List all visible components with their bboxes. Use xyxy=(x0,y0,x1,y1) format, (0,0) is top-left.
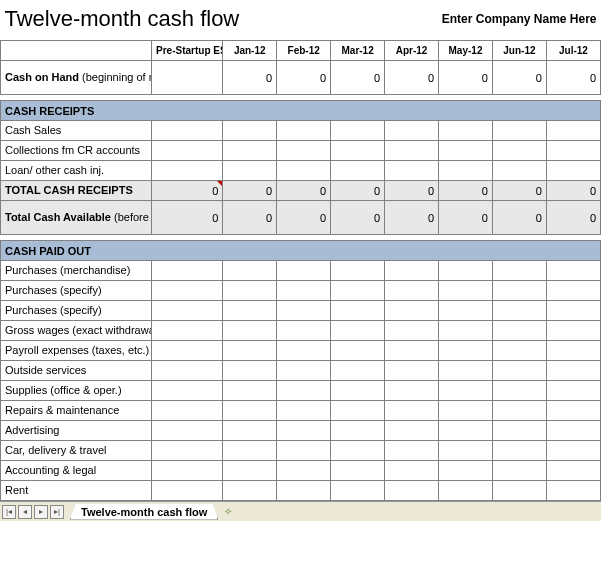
cell[interactable] xyxy=(546,361,600,381)
cell[interactable] xyxy=(331,161,385,181)
cell[interactable] xyxy=(223,161,277,181)
cell[interactable] xyxy=(546,401,600,421)
cell[interactable] xyxy=(546,461,600,481)
cell[interactable]: 0 xyxy=(331,201,385,235)
cell[interactable] xyxy=(546,381,600,401)
sheet-tab[interactable]: Twelve-month cash flow xyxy=(70,504,218,520)
cell[interactable] xyxy=(546,161,600,181)
cell[interactable] xyxy=(331,381,385,401)
cell[interactable] xyxy=(223,321,277,341)
cell[interactable] xyxy=(331,401,385,421)
cell[interactable] xyxy=(439,381,493,401)
cell[interactable] xyxy=(439,441,493,461)
cell[interactable] xyxy=(546,301,600,321)
cell[interactable] xyxy=(277,301,331,321)
cell[interactable]: 0 xyxy=(277,201,331,235)
cell[interactable] xyxy=(439,461,493,481)
cell[interactable] xyxy=(385,441,439,461)
cell[interactable] xyxy=(152,401,223,421)
cell[interactable] xyxy=(385,161,439,181)
cell[interactable] xyxy=(546,281,600,301)
cell[interactable] xyxy=(492,381,546,401)
cell[interactable] xyxy=(277,261,331,281)
cell[interactable] xyxy=(152,361,223,381)
cell[interactable] xyxy=(439,421,493,441)
cell[interactable]: 0 xyxy=(385,181,439,201)
cell[interactable] xyxy=(277,341,331,361)
cell[interactable]: 0 xyxy=(439,201,493,235)
cell[interactable] xyxy=(439,321,493,341)
cell[interactable]: 0 xyxy=(223,61,277,95)
cell[interactable] xyxy=(223,401,277,421)
cell[interactable] xyxy=(492,141,546,161)
cell[interactable] xyxy=(223,301,277,321)
cell[interactable] xyxy=(277,481,331,501)
cell[interactable] xyxy=(152,161,223,181)
company-name[interactable]: Enter Company Name Here xyxy=(331,0,601,41)
cell[interactable] xyxy=(331,321,385,341)
cell[interactable]: 0 xyxy=(277,181,331,201)
cell[interactable]: 0 xyxy=(492,201,546,235)
cell[interactable] xyxy=(277,161,331,181)
cell[interactable] xyxy=(277,321,331,341)
cell[interactable] xyxy=(439,281,493,301)
cell[interactable]: 0 xyxy=(439,181,493,201)
cell[interactable]: 0 xyxy=(492,61,546,95)
cell[interactable] xyxy=(385,381,439,401)
cell[interactable] xyxy=(223,341,277,361)
cell[interactable] xyxy=(546,141,600,161)
cell[interactable] xyxy=(223,281,277,301)
cell[interactable] xyxy=(277,461,331,481)
cell[interactable] xyxy=(152,481,223,501)
cell[interactable] xyxy=(385,461,439,481)
cell[interactable] xyxy=(223,441,277,461)
cell[interactable] xyxy=(331,421,385,441)
cell[interactable] xyxy=(492,301,546,321)
cell[interactable] xyxy=(223,421,277,441)
cell[interactable] xyxy=(223,481,277,501)
cell[interactable]: 0 xyxy=(152,201,223,235)
cell[interactable] xyxy=(546,421,600,441)
cell[interactable] xyxy=(331,261,385,281)
cell[interactable] xyxy=(439,141,493,161)
cell[interactable] xyxy=(492,481,546,501)
cell[interactable] xyxy=(385,481,439,501)
cell[interactable] xyxy=(492,261,546,281)
cell[interactable] xyxy=(492,401,546,421)
cell[interactable]: 0 xyxy=(152,181,223,201)
cell[interactable] xyxy=(492,341,546,361)
cell[interactable]: 0 xyxy=(546,201,600,235)
cell[interactable] xyxy=(385,141,439,161)
cell[interactable] xyxy=(152,141,223,161)
cell[interactable] xyxy=(546,441,600,461)
cell[interactable] xyxy=(277,421,331,441)
cell[interactable] xyxy=(331,341,385,361)
cell[interactable] xyxy=(277,141,331,161)
cell[interactable] xyxy=(546,341,600,361)
cell[interactable] xyxy=(385,301,439,321)
cell[interactable] xyxy=(152,341,223,361)
cell[interactable] xyxy=(152,381,223,401)
cell[interactable] xyxy=(277,441,331,461)
prev-sheet-button[interactable]: ◂ xyxy=(18,505,32,519)
cell[interactable] xyxy=(331,141,385,161)
cell[interactable]: 0 xyxy=(385,61,439,95)
cell[interactable] xyxy=(385,281,439,301)
cell[interactable] xyxy=(439,401,493,421)
cell[interactable] xyxy=(439,361,493,381)
cell[interactable] xyxy=(385,401,439,421)
cell[interactable] xyxy=(385,421,439,441)
cell[interactable] xyxy=(331,301,385,321)
cell[interactable] xyxy=(223,141,277,161)
cell[interactable] xyxy=(331,441,385,461)
cell[interactable] xyxy=(439,341,493,361)
cell[interactable] xyxy=(152,121,223,141)
cell[interactable] xyxy=(439,161,493,181)
cell[interactable] xyxy=(492,441,546,461)
cell[interactable] xyxy=(223,361,277,381)
cell[interactable] xyxy=(492,161,546,181)
cell[interactable] xyxy=(223,261,277,281)
cell[interactable] xyxy=(277,401,331,421)
cell[interactable] xyxy=(492,281,546,301)
cell[interactable] xyxy=(223,461,277,481)
